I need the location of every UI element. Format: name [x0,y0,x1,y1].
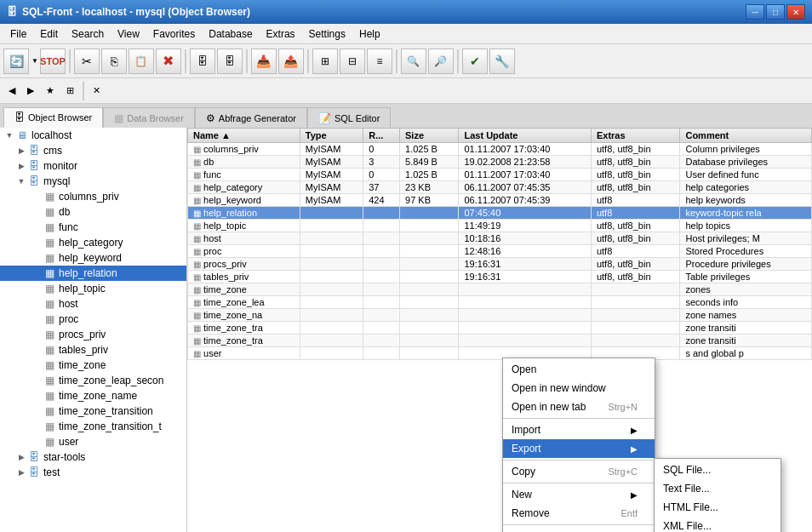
paste-button[interactable]: 📋 [129,49,154,74]
sidebar-item-user[interactable]: ▦ user [0,434,186,449]
nav-fwd-button[interactable]: ▶ [22,81,39,101]
tab-sql-editor[interactable]: 📝 SQL Editor [307,107,391,128]
search2-button[interactable]: 🔎 [428,49,454,74]
sidebar-item-time_zone_transition_t[interactable]: ▦ time_zone_transition_t [0,419,186,434]
sidebar-item-time_zone_name[interactable]: ▦ time_zone_name [0,388,186,403]
sidebar-item-cms[interactable]: ▶ 🗄 cms [0,143,186,158]
ctx-copy[interactable]: Copy Strg+C [503,462,655,481]
sidebar-item-tables_priv[interactable]: ▦ tables_priv [0,342,186,358]
tree-button[interactable]: ⊞ [61,81,79,101]
col-type[interactable]: Type [300,129,363,143]
table1-button[interactable]: ⊞ [312,49,338,74]
tools-button[interactable]: 🔧 [489,49,515,74]
sidebar-item-time_zone_leap[interactable]: ▦ time_zone_leap_secon [0,373,186,388]
col-last-update[interactable]: Last Update [459,129,591,143]
sidebar-item-monitor[interactable]: ▶ 🗄 monitor [0,158,186,174]
copy-button[interactable]: ⎘ [101,49,127,74]
col-extras[interactable]: Extras [591,129,680,143]
table-row-help_relation[interactable]: ▦ help_relation 07:45:40 utf8 keyword-to… [188,207,812,220]
sidebar-item-star-tools[interactable]: ▶ 🗄 star-tools [0,449,186,465]
ctx-open[interactable]: Open [503,360,655,379]
sidebar-item-columns_priv[interactable]: ▦ columns_priv [0,189,186,204]
refresh-dropdown[interactable]: ▼ [31,57,38,65]
export-button[interactable]: 📤 [278,49,304,74]
sidebar-item-mysql[interactable]: ▼ 🗄 mysql [0,174,186,189]
ctx-export[interactable]: Export ▶ [503,439,655,458]
col-r[interactable]: R... [363,129,400,143]
sidebar-item-db[interactable]: ▦ db [0,204,186,220]
sidebar-item-time_zone_transition[interactable]: ▦ time_zone_transition [0,403,186,419]
table-row[interactable]: ▦ time_zone zones [188,283,812,296]
sidebar-item-procs_priv[interactable]: ▦ procs_priv [0,327,186,342]
restore-button[interactable]: □ [766,4,785,20]
cut-button[interactable]: ✂ [74,49,100,74]
table-row[interactable]: ▦ help_category MyISAM 37 23 KB 06.11.20… [188,181,812,194]
sidebar-item-help_keyword[interactable]: ▦ help_keyword [0,250,186,266]
col-comment[interactable]: Comment [680,129,812,143]
table-row[interactable]: ▦ time_zone_lea seconds info [188,296,812,309]
sidebar-item-help_relation[interactable]: ▦ help_relation [0,266,186,281]
table-row[interactable]: ▦ proc 12:48:16 utf8 Stored Procedures [188,245,812,258]
check-button[interactable]: ✔ [462,49,488,74]
menu-edit[interactable]: Edit [33,24,65,43]
col-size[interactable]: Size [400,129,459,143]
ctx-open-new-tab[interactable]: Open in new tab Strg+N [503,398,655,416]
submenu-html-file[interactable]: HTML File... [655,498,781,517]
table-row[interactable]: ▦ procs_priv 19:16:31 utf8, utf8_bin Pro… [188,258,812,271]
table-row[interactable]: ▦ host 10:18:16 utf8, utf8_bin Host priv… [188,232,812,245]
refresh-button[interactable]: 🔄 [3,49,29,74]
menu-view[interactable]: View [111,24,146,43]
ctx-import[interactable]: Import ▶ [503,420,655,439]
menu-help[interactable]: Help [352,24,387,43]
stop-button[interactable]: STOP [40,49,66,74]
close-panel-button[interactable]: ✕ [88,81,106,101]
tab-data-browser[interactable]: ▦ Data Browser [103,107,195,128]
sidebar-item-help_topic[interactable]: ▦ help_topic [0,281,186,296]
db-new-button[interactable]: 🗄 [217,49,243,74]
table-row[interactable]: ▦ help_topic 11:49:19 utf8, utf8_bin hel… [188,220,812,232]
col-name[interactable]: Name ▲ [188,129,300,143]
menu-file[interactable]: File [3,24,33,43]
nav-back-button[interactable]: ◀ [3,81,20,101]
ctx-remove[interactable]: Remove Entf [503,504,655,523]
menu-search[interactable]: Search [65,24,111,43]
table-row[interactable]: ▦ time_zone_tra zone transiti [188,322,812,335]
sidebar-item-test[interactable]: ▶ 🗄 test [0,465,186,480]
sidebar-item-proc[interactable]: ▦ proc [0,312,186,327]
table-row[interactable]: ▦ help_keyword MyISAM 424 97 KB 06.11.20… [188,194,812,207]
menu-extras[interactable]: Extras [260,24,302,43]
sidebar-item-localhost[interactable]: ▼ 🖥 localhost [0,128,186,143]
delete-button[interactable]: ✖ [156,49,181,74]
ctx-new[interactable]: New ▶ [503,485,655,504]
submenu-text-file[interactable]: Text File... [655,479,781,498]
menu-favorites[interactable]: Favorites [146,24,202,43]
cell-name: ▦ help_category [188,181,300,194]
sidebar-item-func[interactable]: ▦ func [0,220,186,235]
table-row[interactable]: ▦ func MyISAM 0 1.025 B 01.11.2007 17:03… [188,169,812,181]
table-row[interactable]: ▦ time_zone_na zone names [188,309,812,322]
sidebar-item-host[interactable]: ▦ host [0,296,186,312]
ctx-empty[interactable]: Empty [503,527,655,532]
table3-button[interactable]: ≡ [367,49,392,74]
table-row[interactable]: ▦ columns_priv MyISAM 0 1.025 B 01.11.20… [188,143,812,156]
tab-abfrage-generator[interactable]: ⚙ Abfrage Generator [195,107,307,128]
search1-button[interactable]: 🔍 [401,49,426,74]
menu-database[interactable]: Database [202,24,259,43]
close-button[interactable]: ✕ [786,4,805,20]
table-row[interactable]: ▦ tables_priv 19:16:31 utf8, utf8_bin Ta… [188,271,812,283]
submenu-xml-file[interactable]: XML File... [655,517,781,532]
ctx-open-new-window[interactable]: Open in new window [503,379,655,398]
minimize-button[interactable]: ─ [746,4,764,20]
table-row[interactable]: ▦ user s and global p [188,347,812,360]
table-row[interactable]: ▦ time_zone_tra zone transiti [188,335,812,347]
import-button[interactable]: 📥 [251,49,277,74]
menu-settings[interactable]: Settings [302,24,352,43]
table2-button[interactable]: ⊟ [340,49,365,74]
tab-object-browser[interactable]: 🗄 Object Browser [3,107,103,128]
submenu-sql-file[interactable]: SQL File... [655,460,781,479]
db-connect-button[interactable]: 🗄 [190,49,215,74]
sidebar-item-time_zone[interactable]: ▦ time_zone [0,358,186,373]
bookmark-button[interactable]: ★ [41,81,60,101]
table-row[interactable]: ▦ db MyISAM 3 5.849 B 19.02.2008 21:23:5… [188,156,812,169]
sidebar-item-help_category[interactable]: ▦ help_category [0,235,186,250]
